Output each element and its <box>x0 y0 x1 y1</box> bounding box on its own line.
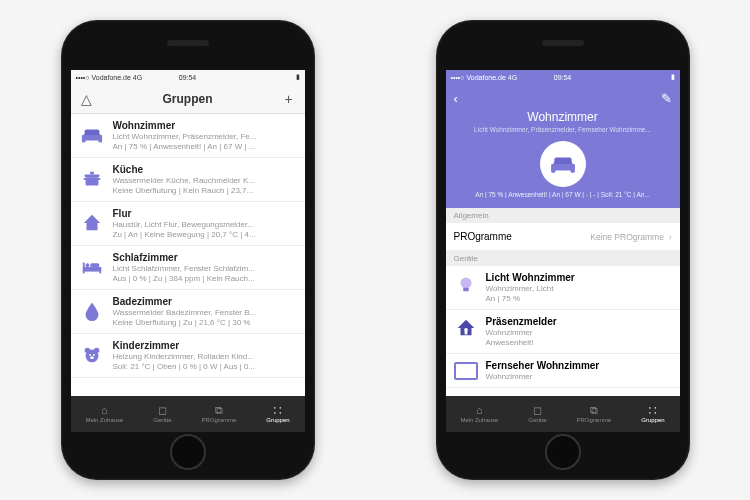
pot-icon <box>79 166 105 192</box>
tab-mein-zuhause[interactable]: ⌂Mein Zuhause <box>460 405 498 423</box>
tab-gruppen[interactable]: ⸬Gruppen <box>641 405 664 423</box>
group-title: Wohnzimmer <box>113 120 297 131</box>
edit-icon[interactable]: ✎ <box>661 91 672 106</box>
tab-programme[interactable]: ⧉PROgramme <box>201 405 236 423</box>
device-title: Fernseher Wohnzimmer <box>486 360 600 371</box>
group-row-kinderzimmer[interactable]: Kinderzimmer Heizung Kinderzimmer, Rolla… <box>71 334 305 378</box>
group-row-wohnzimmer[interactable]: Wohnzimmer Licht Wohnzimmer, Präsenzmeld… <box>71 114 305 158</box>
group-title: Kinderzimmer <box>113 340 297 351</box>
group-status: Zu | An | Keine Bewegung | 20,7 °C | 4..… <box>113 230 297 239</box>
drop-icon <box>79 298 105 324</box>
group-subtitle: Licht Wohnzimmer, Präsenzmelder, Fernseh… <box>454 126 672 133</box>
group-subtitle: Heizung Kinderzimmer, Rolladen Kind... <box>113 352 297 361</box>
navbar: △ Gruppen + <box>71 84 305 114</box>
group-subtitle: Wassermelder Badezimmer, Fenster B... <box>113 308 297 317</box>
phone-frame-left: ••••○ Vodafone.de 4G 09:54 ▮ △ Gruppen +… <box>61 20 315 480</box>
group-subtitle: Haustür, Licht Flur, Bewegungsmelder... <box>113 220 297 229</box>
group-subtitle: Licht Schlafzimmer, Fenster Schlafzim... <box>113 264 297 273</box>
presence-icon <box>454 316 478 340</box>
programs-icon: ⧉ <box>215 405 223 416</box>
tab-label: PROgramme <box>576 417 611 423</box>
programs-label: PROgramme <box>454 231 512 242</box>
device-status: Anwesenheit! <box>486 338 557 347</box>
device-row-praesenz[interactable]: Präsenzmelder Wohnzimmer Anwesenheit! <box>446 310 680 354</box>
tab-label: Mein Zuhause <box>85 417 123 423</box>
bulb-icon <box>454 272 478 296</box>
home-icon: ⌂ <box>476 405 483 416</box>
devices-icon: ◻ <box>158 405 167 416</box>
device-title: Licht Wohnzimmer <box>486 272 575 283</box>
nav-left-icon[interactable]: △ <box>79 91 95 107</box>
tab-programme[interactable]: ⧉PROgramme <box>576 405 611 423</box>
tv-icon <box>454 362 478 380</box>
group-title: Flur <box>113 208 297 219</box>
device-row-fernseher[interactable]: Fernseher Wohnzimmer Wohnzimmer <box>446 354 680 388</box>
programs-cell[interactable]: PROgramme Keine PROgramme › <box>446 223 680 251</box>
tab-geraete[interactable]: ◻Geräte <box>528 405 546 423</box>
screen-right: ••••○ Vodafone.de 4G 09:54 ▮ ‹ ✎ Wohnzim… <box>446 70 680 432</box>
group-row-flur[interactable]: Flur Haustür, Licht Flur, Bewegungsmelde… <box>71 202 305 246</box>
tabbar: ⌂Mein Zuhause ◻Geräte ⧉PROgramme ⸬Gruppe… <box>71 396 305 432</box>
group-title: Wohnzimmer <box>454 110 672 124</box>
section-geraete: Geräte <box>446 251 680 266</box>
tab-gruppen[interactable]: ⸬Gruppen <box>266 405 289 423</box>
device-row-licht[interactable]: Licht Wohnzimmer Wohnzimmer, Licht An | … <box>446 266 680 310</box>
home-icon: ⌂ <box>101 405 108 416</box>
tab-geraete[interactable]: ◻Geräte <box>153 405 171 423</box>
house-icon <box>79 210 105 236</box>
tab-label: Gruppen <box>266 417 289 423</box>
screen-left: ••••○ Vodafone.de 4G 09:54 ▮ △ Gruppen +… <box>71 70 305 432</box>
group-title: Schlafzimmer <box>113 252 297 263</box>
groups-icon: ⸬ <box>649 405 656 416</box>
device-subtitle: Wohnzimmer, Licht <box>486 284 575 293</box>
group-row-schlafzimmer[interactable]: Schlafzimmer Licht Schlafzimmer, Fenster… <box>71 246 305 290</box>
bear-icon <box>79 342 105 368</box>
chevron-right-icon: › <box>669 232 672 242</box>
group-subtitle: Licht Wohnzimmer, Präsenzmelder, Fe... <box>113 132 297 141</box>
statusbar: ••••○ Vodafone.de 4G 09:54 ▮ <box>446 70 680 84</box>
device-subtitle: Wohnzimmer <box>486 328 557 337</box>
sofa-icon <box>79 122 105 148</box>
bed-icon <box>79 254 105 280</box>
group-row-badezimmer[interactable]: Badezimmer Wassermelder Badezimmer, Fens… <box>71 290 305 334</box>
section-allgemein: Allgemein <box>446 208 680 223</box>
group-title: Küche <box>113 164 297 175</box>
device-subtitle: Wohnzimmer <box>486 372 600 381</box>
devices-icon: ◻ <box>533 405 542 416</box>
device-title: Präsenzmelder <box>486 316 557 327</box>
tab-label: Mein Zuhause <box>460 417 498 423</box>
clock: 09:54 <box>446 74 680 81</box>
tab-label: PROgramme <box>201 417 236 423</box>
tab-label: Gruppen <box>641 417 664 423</box>
group-hero-icon <box>540 141 586 187</box>
back-icon[interactable]: ‹ <box>454 91 458 106</box>
groups-list: Wohnzimmer Licht Wohnzimmer, Präsenzmeld… <box>71 114 305 396</box>
group-status: Keine Überflutung | Zu | 21,6 °C | 30 % <box>113 318 297 327</box>
group-subtitle: Wassermelder Küche, Rauchmelder K... <box>113 176 297 185</box>
clock: 09:54 <box>71 74 305 81</box>
phone-frame-right: ••••○ Vodafone.de 4G 09:54 ▮ ‹ ✎ Wohnzim… <box>436 20 690 480</box>
group-status: Keine Überflutung | Kein Rauch | 23,7... <box>113 186 297 195</box>
programs-icon: ⧉ <box>590 405 598 416</box>
tab-mein-zuhause[interactable]: ⌂Mein Zuhause <box>85 405 123 423</box>
group-hero: ‹ ✎ Wohnzimmer Licht Wohnzimmer, Präsenz… <box>446 84 680 208</box>
statusbar: ••••○ Vodafone.de 4G 09:54 ▮ <box>71 70 305 84</box>
group-status-strip: An | 75 % | Anwesenheit! | An | 67 W | -… <box>454 191 672 198</box>
group-title: Badezimmer <box>113 296 297 307</box>
add-icon[interactable]: + <box>281 91 297 107</box>
tabbar: ⌂Mein Zuhause ◻Geräte ⧉PROgramme ⸬Gruppe… <box>446 396 680 432</box>
group-row-kueche[interactable]: Küche Wassermelder Küche, Rauchmelder K.… <box>71 158 305 202</box>
groups-icon: ⸬ <box>274 405 281 416</box>
programs-value: Keine PROgramme <box>590 232 664 242</box>
device-status: An | 75 % <box>486 294 575 303</box>
tab-label: Geräte <box>153 417 171 423</box>
group-status: An | 75 % | Anwesenheit! | An | 67 W | .… <box>113 142 297 151</box>
group-status: Aus | 0 % | Zu | 384 ppm | Kein Rauch... <box>113 274 297 283</box>
tab-label: Geräte <box>528 417 546 423</box>
page-title: Gruppen <box>95 92 281 106</box>
group-status: Soll: 21 °C | Oben | 0 % | 0 W | Aus | 0… <box>113 362 297 371</box>
